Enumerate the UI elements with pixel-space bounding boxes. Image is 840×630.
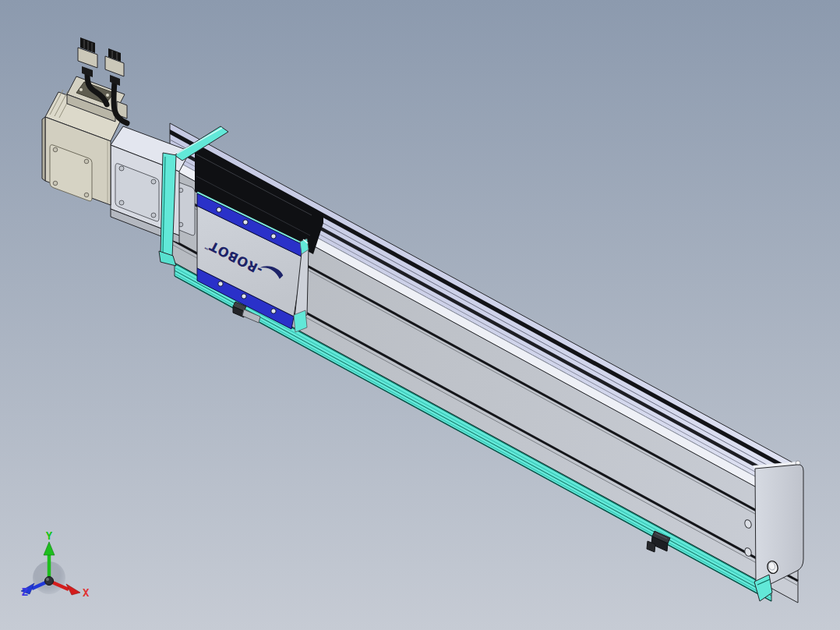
triad-origin-highlight bbox=[46, 578, 49, 581]
axis-x-label: X bbox=[83, 586, 90, 599]
triad-origin bbox=[45, 577, 54, 586]
end-cap-face bbox=[755, 465, 803, 589]
model-scene: -ROBOT ™ X Y Z bbox=[0, 0, 840, 630]
axis-y-label: Y bbox=[46, 529, 53, 542]
cad-viewport[interactable]: -ROBOT ™ X Y Z bbox=[0, 0, 840, 630]
axis-z-label: Z bbox=[22, 586, 28, 598]
